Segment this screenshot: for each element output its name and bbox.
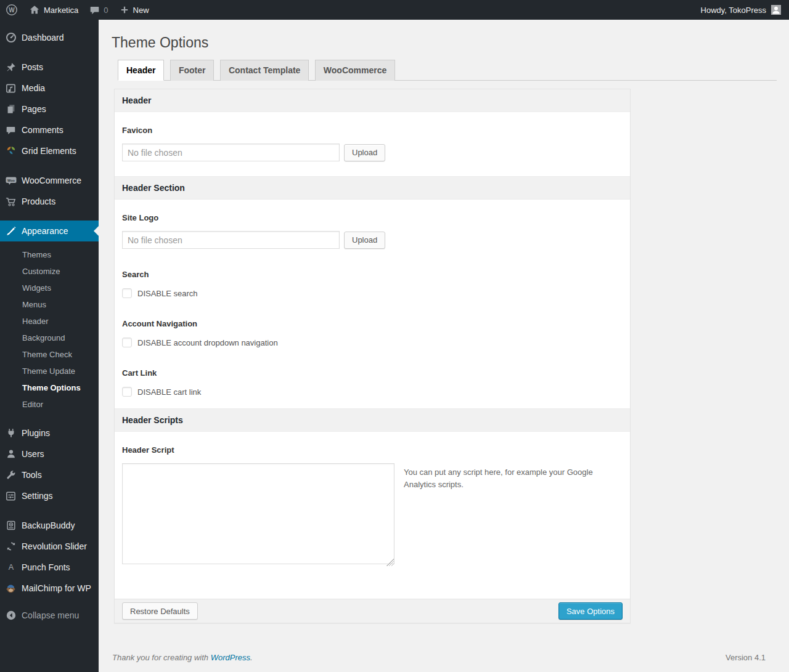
section-header-section-body: Site Logo Upload Search DISABLE search A… [115, 213, 630, 397]
cart-icon [0, 196, 22, 208]
submenu-widgets[interactable]: Widgets [0, 280, 99, 296]
backupbuddy-icon [0, 520, 22, 531]
sidebar-item-label: Comments [22, 125, 63, 135]
appearance-submenu: Themes Customize Widgets Menus Header Ba… [0, 241, 99, 416]
thanks-prefix: Thank you for creating with [112, 653, 211, 662]
sidebar-item-label: Revolution Slider [22, 541, 87, 551]
account-navigation-label: Account Navigation [122, 319, 623, 328]
submenu-background[interactable]: Background [0, 330, 99, 346]
submenu-themes[interactable]: Themes [0, 246, 99, 263]
search-label: Search [122, 270, 623, 279]
submenu-theme-check[interactable]: Theme Check [0, 346, 99, 363]
sidebar-item-label: Plugins [22, 428, 50, 438]
howdy-text: Howdy, TokoPress [701, 6, 766, 15]
favicon-label: Favicon [122, 126, 623, 135]
footer-thanks: Thank you for creating with WordPress. [112, 653, 253, 662]
sidebar-item-products[interactable]: Products [0, 191, 99, 212]
site-logo-upload-button[interactable]: Upload [344, 232, 385, 249]
comment-count: 0 [104, 6, 108, 15]
submenu-header[interactable]: Header [0, 313, 99, 330]
svg-text:W: W [9, 7, 15, 14]
sidebar-item-label: Products [22, 196, 55, 206]
tab-header[interactable]: Header [118, 60, 164, 81]
sidebar-item-label: Tools [22, 470, 42, 480]
sidebar-item-label: Appearance [22, 226, 68, 236]
sidebar-item-settings[interactable]: Settings [0, 485, 99, 506]
disable-search-checkbox[interactable] [122, 288, 132, 298]
wordpress-menu[interactable]: W [0, 0, 23, 20]
tab-contact-template[interactable]: Contact Template [220, 60, 309, 81]
sidebar-item-revolution-slider[interactable]: Revolution Slider [0, 536, 99, 557]
header-script-help: You can put any script here, for example… [404, 463, 595, 491]
appearance-icon [0, 225, 22, 237]
sidebar-item-label: Settings [22, 491, 53, 501]
sidebar-item-label: Media [22, 83, 45, 93]
sidebar-item-woocommerce[interactable]: Woo WooCommerce [0, 170, 99, 191]
media-icon [0, 83, 22, 94]
site-name: Marketica [44, 6, 78, 15]
theme-options-panel: Header Favicon Upload Header Section Sit… [114, 89, 631, 623]
section-header-title: Header [115, 89, 630, 112]
header-script-textarea-wrap [122, 463, 394, 567]
disable-search-label: DISABLE search [137, 289, 198, 298]
sidebar-item-punch-fonts[interactable]: A Punch Fonts [0, 557, 99, 578]
new-content-menu[interactable]: New [114, 0, 155, 20]
sidebar-item-plugins[interactable]: Plugins [0, 423, 99, 443]
sidebar-item-dashboard[interactable]: Dashboard [0, 27, 99, 48]
restore-defaults-button[interactable]: Restore Defaults [122, 602, 198, 620]
favicon-upload-button[interactable]: Upload [344, 144, 385, 161]
favicon-upload-row: Upload [122, 144, 623, 161]
submenu-editor[interactable]: Editor [0, 396, 99, 413]
sidebar-item-backupbuddy[interactable]: BackupBuddy [0, 515, 99, 536]
sidebar-item-grid-elements[interactable]: Grid Elements [0, 140, 99, 161]
tab-woocommerce[interactable]: WooCommerce [315, 60, 395, 81]
submenu-menus[interactable]: Menus [0, 296, 99, 313]
tab-bar: Header Footer Contact Template WooCommer… [118, 60, 777, 81]
site-logo-file-input[interactable] [122, 231, 340, 249]
main-content: Theme Options Header Footer Contact Temp… [99, 20, 789, 672]
submenu-customize[interactable]: Customize [0, 263, 99, 280]
wordpress-link[interactable]: WordPress [211, 653, 250, 662]
sidebar-item-pages[interactable]: Pages [0, 99, 99, 119]
comments-shortcut[interactable]: 0 [84, 0, 113, 20]
account-menu[interactable]: Howdy, TokoPress [701, 5, 789, 15]
disable-account-row: DISABLE account dropdown navigation [122, 338, 623, 347]
sidebar-item-comments[interactable]: Comments [0, 119, 99, 140]
submenu-theme-update[interactable]: Theme Update [0, 363, 99, 379]
sidebar-item-label: Grid Elements [22, 146, 76, 156]
sidebar-item-label: WooCommerce [22, 176, 81, 185]
sidebar-item-label: Users [22, 449, 44, 459]
sidebar-item-collapse-menu[interactable]: Collapse menu [0, 605, 99, 626]
thanks-suffix: . [250, 653, 253, 662]
sidebar-item-media[interactable]: Media [0, 78, 99, 99]
disable-cart-row: DISABLE cart link [122, 387, 623, 397]
sidebar-item-mailchimp[interactable]: MailChimp for WP [0, 578, 99, 599]
disable-cart-checkbox[interactable] [122, 387, 132, 397]
sidebar-item-appearance[interactable]: Appearance [0, 221, 99, 241]
submenu-theme-options[interactable]: Theme Options [0, 379, 99, 396]
disable-account-checkbox[interactable] [122, 338, 132, 347]
home-icon [29, 4, 40, 15]
section-header-section-title: Header Section [115, 176, 630, 200]
settings-icon [0, 490, 22, 502]
sidebar-item-label: Dashboard [22, 33, 64, 43]
tab-footer[interactable]: Footer [170, 60, 215, 81]
section-header-scripts-title: Header Scripts [115, 408, 630, 432]
svg-text:Woo: Woo [7, 179, 15, 182]
header-script-label: Header Script [122, 445, 623, 455]
tools-icon [0, 469, 22, 480]
header-script-textarea[interactable] [122, 463, 394, 564]
site-link[interactable]: Marketica [23, 0, 84, 20]
sidebar-item-posts[interactable]: Posts [0, 57, 99, 78]
admin-bar: W Marketica 0 New Howdy, TokoPress [0, 0, 789, 20]
sidebar-item-tools[interactable]: Tools [0, 464, 99, 485]
save-options-button[interactable]: Save Options [558, 602, 623, 620]
sidebar-item-label: MailChimp for WP [22, 583, 91, 593]
woocommerce-icon: Woo [0, 174, 22, 187]
sidebar-item-label: BackupBuddy [22, 520, 75, 530]
sidebar-item-users[interactable]: Users [0, 443, 99, 464]
favicon-file-input[interactable] [122, 144, 340, 161]
punch-fonts-icon: A [0, 562, 22, 573]
cart-link-label: Cart Link [122, 368, 623, 378]
resize-grip[interactable] [386, 559, 394, 566]
